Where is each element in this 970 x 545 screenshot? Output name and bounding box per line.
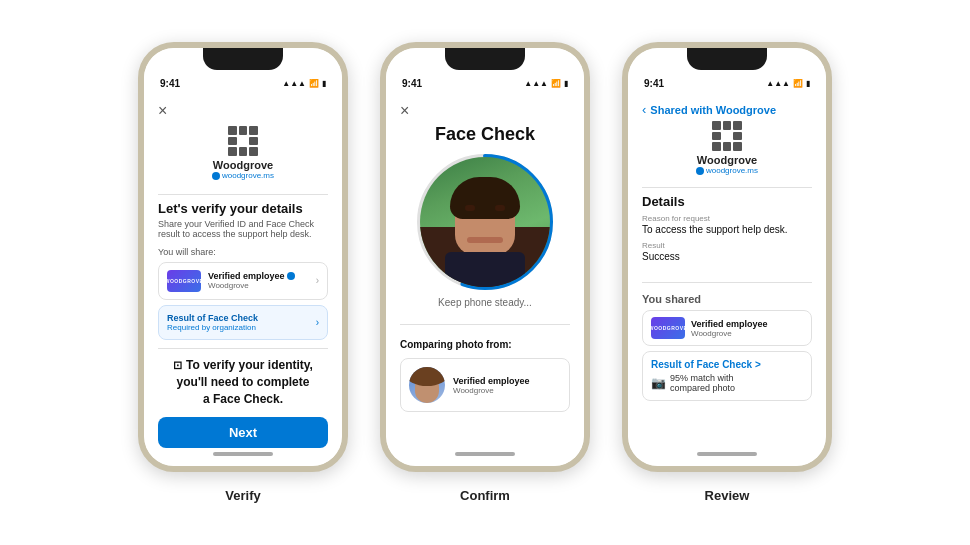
compare-thumb [409,367,445,403]
notch-3 [687,48,767,70]
battery-icon: ▮ [322,79,326,88]
face-check-row[interactable]: Result of Face Check Required by organiz… [158,305,328,340]
verify-phone: 9:41 ▲▲▲ 📶 ▮ × Woodgrove [138,42,348,472]
screen2-content: × Face Check [386,94,584,466]
compare-hair [409,367,445,386]
subtitle: Share your Verified ID and Face Check re… [158,219,328,239]
home-indicator-2 [455,452,515,456]
shared-card: WOODGROVE Verified employee Woodgrove [642,310,812,346]
verified-dot [212,172,220,180]
status-time: 9:41 [160,78,180,89]
details-heading: Details [642,194,812,209]
keep-steady-text: Keep phone steady... [400,297,570,308]
screen1-label: Verify [225,488,260,503]
you-shared-heading: You shared [642,293,812,305]
back-label: Shared with Woodgrove [650,104,776,116]
org-name-3: Woodgrove [697,154,757,166]
reason-value: To access the support help desk. [642,224,812,235]
close-button[interactable]: × [158,102,328,120]
signal-icon: ▲▲▲ [282,79,306,88]
status-icons: ▲▲▲ 📶 ▮ [282,79,326,88]
result-label: Result [642,241,812,250]
face-check-result[interactable]: Result of Face Check > 📷 95% match with … [642,351,812,401]
chevron-right-icon-2: › [316,317,319,328]
org-icon [228,126,258,156]
shared-card-title: Verified employee [691,319,768,329]
share-card-title: Verified employee [208,271,309,281]
share-label: You will share: [158,247,328,257]
face-body [445,252,525,287]
status-bar-2: 9:41 ▲▲▲ 📶 ▮ [386,70,584,94]
face-photo [420,157,550,287]
camera-icon: 📷 [651,376,666,390]
next-button[interactable]: Next [158,417,328,448]
status-bar-3: 9:41 ▲▲▲ 📶 ▮ [628,70,826,94]
status-time-3: 9:41 [644,78,664,89]
signal-icon-3: ▲▲▲ [766,79,790,88]
verify-text: ⊡To verify your identity, you'll need to… [173,357,313,407]
org-icon-3 [712,121,742,151]
org-header-3: Woodgrove woodgrove.ms [642,121,812,175]
screen2-label: Confirm [460,488,510,503]
verified-dot-3 [696,167,704,175]
home-indicator [213,452,273,456]
face-check-result-title: Result of Face Check > [651,359,803,370]
back-arrow-icon: ‹ [642,102,646,117]
page-title: Let's verify your details [158,201,328,216]
wifi-icon-2: 📶 [551,79,561,88]
review-phone-wrapper: 9:41 ▲▲▲ 📶 ▮ ‹ Shared with Woodgrove [622,42,832,503]
compare-sub: Woodgrove [453,386,530,395]
face-check-title: Face Check [400,124,570,145]
face-circle-container [400,157,570,287]
home-indicator-3 [697,452,757,456]
divider [158,194,328,195]
confirm-phone: 9:41 ▲▲▲ 📶 ▮ × Face Check [380,42,590,472]
divider-3 [642,187,812,188]
details-section: Details Reason for request To access the… [642,194,812,268]
org-url: woodgrove.ms [212,171,274,180]
divider-2 [400,324,570,325]
signal-icon-2: ▲▲▲ [524,79,548,88]
chevron-right-icon: › [316,275,319,286]
verify-phone-wrapper: 9:41 ▲▲▲ 📶 ▮ × Woodgrove [138,42,348,503]
shared-card-sub: Woodgrove [691,329,768,338]
org-header: Woodgrove woodgrove.ms [158,126,328,180]
verify-section: ⊡To verify your identity, you'll need to… [158,348,328,448]
compare-info: Verified employee Woodgrove [453,376,530,395]
wifi-icon-3: 📶 [793,79,803,88]
status-bar: 9:41 ▲▲▲ 📶 ▮ [144,70,342,94]
share-card-info: Verified employee Woodgrove [208,271,309,290]
result-field: Result Success [642,241,812,262]
screen1-content: × Woodgrove woodgrove.ms Let's verify yo… [144,94,342,466]
notch-2 [445,48,525,70]
close-button-2[interactable]: × [400,102,570,120]
compare-card: Verified employee Woodgrove [400,358,570,412]
battery-icon-3: ▮ [806,79,810,88]
face-check-sub: Required by organization [167,323,258,332]
shared-card-info: Verified employee Woodgrove [691,319,768,338]
battery-icon-2: ▮ [564,79,568,88]
reason-label: Reason for request [642,214,812,223]
scan-icon: ⊡ [173,359,182,371]
wifi-icon: 📶 [309,79,319,88]
screen3-content: ‹ Shared with Woodgrove Woodgrove woodgr… [628,94,826,466]
compare-name: Verified employee [453,376,530,386]
result-value: Success [642,251,812,262]
org-name: Woodgrove [213,159,273,171]
reason-field: Reason for request To access the support… [642,214,812,235]
screen3-label: Review [705,488,750,503]
woodgrove-badge: WOODGROVE [167,270,201,292]
back-row[interactable]: ‹ Shared with Woodgrove [642,102,812,117]
notch [203,48,283,70]
face-circle-wrapper [420,157,550,287]
comparing-label: Comparing photo from: [400,339,570,350]
confirm-phone-wrapper: 9:41 ▲▲▲ 📶 ▮ × Face Check [380,42,590,503]
status-icons-2: ▲▲▲ 📶 ▮ [524,79,568,88]
face-check-result-sub: 📷 95% match with compared photo [651,373,803,393]
divider-4 [642,282,812,283]
woodgrove-badge-3: WOODGROVE [651,317,685,339]
review-phone: 9:41 ▲▲▲ 📶 ▮ ‹ Shared with Woodgrove [622,42,832,472]
verified-dot-2 [287,272,295,280]
share-card[interactable]: WOODGROVE Verified employee Woodgrove › [158,262,328,300]
share-card-sub: Woodgrove [208,281,309,290]
